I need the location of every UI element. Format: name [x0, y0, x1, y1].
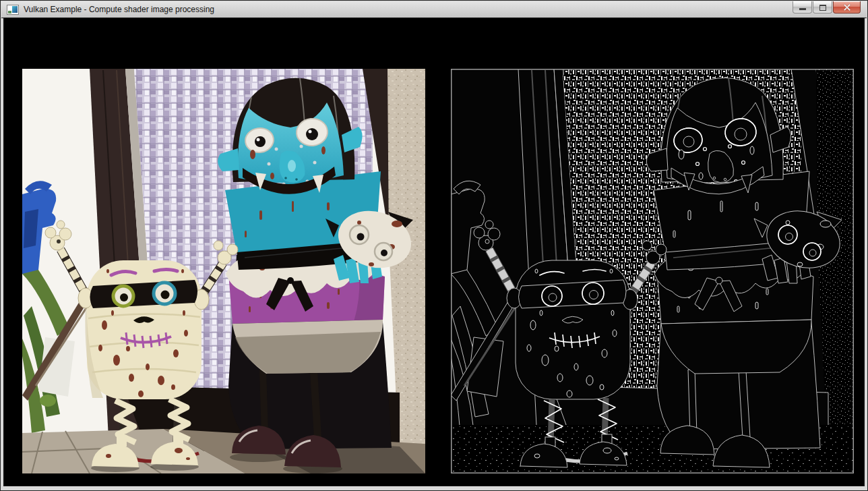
window-title: Vulkan Example - Compute shader image pr… [24, 5, 214, 14]
processed-image-panel [451, 69, 854, 473]
edge-scene [451, 69, 854, 473]
minimize-icon [799, 8, 806, 10]
close-icon [843, 3, 851, 11]
scene [22, 69, 425, 473]
maximize-icon [819, 5, 826, 11]
titlebar[interactable]: Vulkan Example - Compute shader image pr… [1, 1, 867, 18]
render-viewport [3, 18, 865, 486]
app-window: Vulkan Example - Compute shader image pr… [0, 0, 868, 491]
close-button[interactable] [833, 1, 861, 13]
original-image [22, 69, 425, 473]
original-image-panel [22, 69, 425, 473]
minimize-button[interactable] [793, 1, 812, 13]
window-controls [793, 1, 861, 13]
edge-detected-image [451, 69, 854, 473]
app-icon [7, 5, 19, 15]
maximize-button[interactable] [813, 1, 832, 13]
eyebrow [154, 270, 177, 272]
